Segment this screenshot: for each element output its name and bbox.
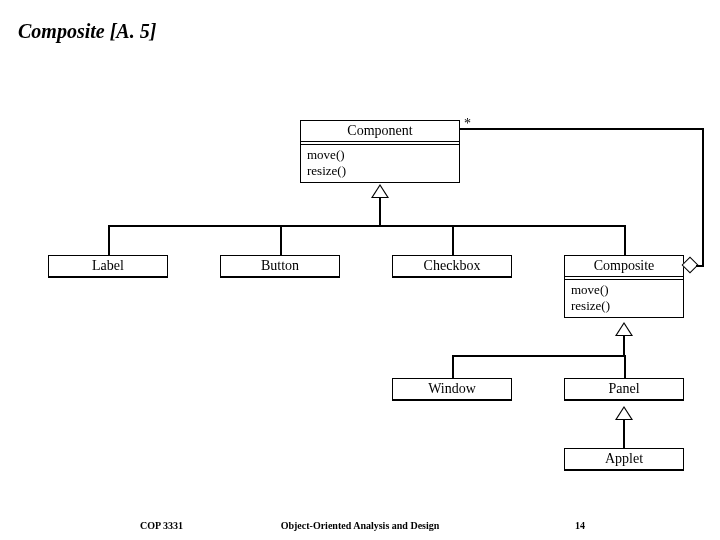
page-title: Composite [A. 5]	[18, 20, 156, 43]
slide: Composite [A. 5] Component move() resize…	[0, 0, 720, 540]
class-button-name: Button	[221, 256, 339, 276]
connector	[108, 225, 624, 227]
class-window-name: Window	[393, 379, 511, 399]
gen-arrow-panel	[615, 406, 633, 420]
class-composite-name: Composite	[565, 256, 683, 276]
gen-arrow-component	[371, 184, 389, 198]
class-checkbox-name: Checkbox	[393, 256, 511, 276]
connector	[624, 225, 626, 255]
class-composite-ops: move() resize()	[565, 280, 683, 317]
connector	[624, 355, 626, 378]
footer-right: 14	[575, 520, 585, 531]
class-applet-name: Applet	[565, 449, 683, 469]
connector	[702, 128, 704, 267]
class-panel-name: Panel	[565, 379, 683, 399]
connector	[379, 198, 381, 225]
op: move()	[571, 282, 677, 298]
class-label-name: Label	[49, 256, 167, 276]
connector	[280, 225, 282, 255]
connector	[623, 336, 625, 355]
class-applet: Applet	[564, 448, 684, 471]
class-checkbox: Checkbox	[392, 255, 512, 278]
op: resize()	[307, 163, 453, 179]
op: resize()	[571, 298, 677, 314]
class-component-ops: move() resize()	[301, 145, 459, 182]
class-label: Label	[48, 255, 168, 278]
footer-center: Object-Oriented Analysis and Design	[0, 520, 720, 531]
gen-arrow-composite	[615, 322, 633, 336]
op: move()	[307, 147, 453, 163]
connector	[452, 355, 626, 357]
class-button: Button	[220, 255, 340, 278]
class-component-name: Component	[301, 121, 459, 141]
connector	[452, 225, 454, 255]
class-panel: Panel	[564, 378, 684, 401]
connector	[108, 225, 110, 255]
class-composite: Composite move() resize()	[564, 255, 684, 318]
class-component: Component move() resize()	[300, 120, 460, 183]
connector	[460, 128, 704, 130]
connector	[623, 420, 625, 448]
connector	[452, 355, 454, 378]
class-window: Window	[392, 378, 512, 401]
